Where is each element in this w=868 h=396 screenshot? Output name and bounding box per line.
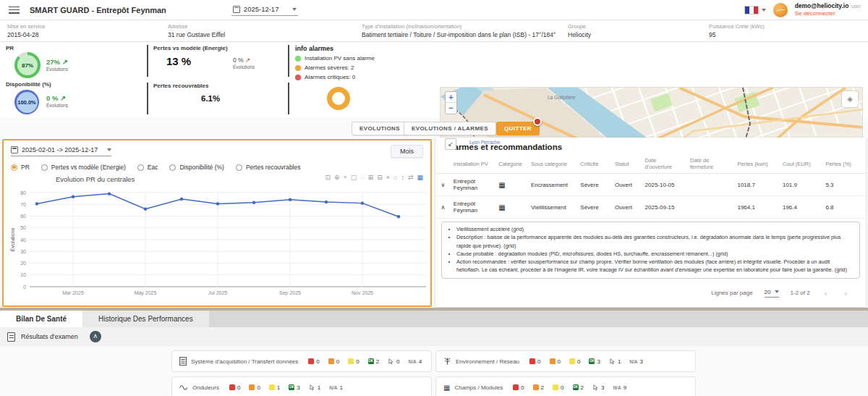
zoom-in-icon[interactable]: ⊞	[368, 174, 374, 181]
pointer-icon	[592, 384, 599, 391]
major-badge-icon	[249, 384, 255, 390]
map-zoom-in-button[interactable]: +	[446, 92, 456, 103]
na-count: N/A9	[613, 384, 626, 391]
compare-data-icon[interactable]: ⇄	[408, 174, 414, 181]
collapse-section-button[interactable]: ∧	[90, 331, 101, 342]
svg-text:Mar 2025: Mar 2025	[62, 290, 84, 295]
language-selector[interactable]	[744, 6, 766, 14]
next-page-icon[interactable]: ›	[841, 289, 850, 298]
radio-pr[interactable]: PR	[11, 164, 30, 171]
chart-date-range-picker[interactable]: 2025-02-01 -> 2025-12-17	[11, 146, 111, 156]
info-puissance-crete: Puissance Crête (kWc)95	[709, 23, 765, 38]
map-label-district: La Guillotière	[548, 95, 575, 100]
period-mois-button[interactable]: Mois	[391, 145, 423, 158]
kpi-pertes-recouvrables-label: Pertes recouvrables	[153, 83, 209, 89]
not-tested-count: 1	[609, 358, 621, 365]
radio-pertes-recouvrables[interactable]: Pertes recouvrables	[236, 164, 301, 171]
previous-page-icon[interactable]: ‹	[822, 289, 830, 298]
box-select-icon[interactable]: ▢	[351, 174, 357, 181]
expand-row-icon[interactable]: ∨	[435, 174, 451, 196]
svg-text:Sep 2025: Sep 2025	[279, 290, 301, 296]
evolutions-button[interactable]: EVOLUTIONS	[352, 122, 408, 135]
evolutions-alarmes-button[interactable]: EVOLUTIONS / ALARMES	[404, 122, 496, 135]
not-tested-count: 3	[592, 384, 604, 391]
zoom-icon[interactable]: ⊕	[334, 174, 340, 181]
hamburger-menu-icon[interactable]	[9, 7, 20, 14]
tab-bilan-de-sante[interactable]: Bilan De Santé	[0, 311, 82, 327]
ok-badge-icon: OK	[589, 358, 595, 364]
rows-per-page-select[interactable]: 20	[765, 289, 779, 298]
app-title: SMART GUARD - Entrepôt Feynman	[30, 6, 166, 14]
radio-icon	[169, 164, 176, 171]
user-email: demo@heliocity.iouser	[795, 2, 861, 10]
minor-count: 0	[569, 358, 580, 365]
chevron-down-icon	[775, 290, 779, 293]
ok-count: OK2	[368, 358, 379, 365]
chevron-down-icon	[107, 148, 111, 151]
major-count: 0	[328, 358, 339, 365]
minor-badge-icon	[553, 384, 558, 390]
exam-results-label: Résultats d'examen	[21, 333, 78, 340]
header-date-picker[interactable]: 2025-12-17	[231, 4, 299, 16]
plotly-logo-icon[interactable]: ▦	[417, 174, 423, 181]
lasso-select-icon[interactable]: ◌	[360, 174, 364, 181]
alarms-table: Installation PVCatégorie Sous catégorieC…	[435, 154, 866, 219]
info-adresse: Adresse31 rue Gustave Eiffel	[168, 23, 225, 38]
tree-icon	[443, 357, 451, 366]
svg-text:Jul 2025: Jul 2025	[208, 290, 228, 295]
critical-count: 0	[308, 358, 319, 365]
health-card-environnement: Environnement / Réseau 0 0 0 OK3 1 N/A3	[435, 350, 696, 372]
reset-axes-icon[interactable]: ⌂	[393, 174, 397, 181]
dispo-donut: 100.0%	[14, 90, 39, 114]
radio-icon	[236, 164, 242, 171]
status-dot-green	[295, 56, 301, 62]
svg-text:60: 60	[20, 214, 26, 219]
tab-historique-performances[interactable]: Historique Des Performances	[82, 311, 209, 327]
pr-evolution-chart[interactable]: 01020304050607080Mar 2025May 2025Jul 202…	[8, 187, 429, 301]
legend-item: Installation PV sans alarme	[295, 55, 375, 62]
autoscale-icon[interactable]: ×	[386, 174, 390, 181]
na-count: N/A4	[409, 358, 422, 365]
critical-badge-icon	[229, 384, 235, 390]
kpi-dispo-label: Disponibilité (%)	[6, 81, 51, 88]
map-zoom-control[interactable]: + −	[445, 91, 457, 114]
camera-icon[interactable]: ⊡	[325, 174, 331, 181]
pan-icon[interactable]: +	[344, 174, 347, 181]
major-count: 0	[249, 384, 260, 391]
map-zoom-out-button[interactable]: −	[446, 103, 456, 114]
pertes-modele-value: 13 %	[166, 55, 191, 67]
map-expand-icon[interactable]: ↙	[445, 138, 456, 150]
na-count: N/A3	[629, 358, 643, 365]
zoom-out-icon[interactable]: ⊟	[377, 174, 383, 181]
major-badge-icon	[328, 358, 334, 364]
ok-count: OK3	[289, 384, 299, 391]
critical-count: 0	[229, 384, 240, 391]
na-count: N/A1	[329, 384, 343, 391]
status-dot-red	[295, 75, 301, 80]
user-role: user	[851, 4, 861, 9]
svg-text:80: 80	[20, 190, 26, 195]
health-card-onduleurs: Onduleurs 0 0 1 OK3 1 N/A1	[171, 376, 432, 396]
view-actions: EVOLUTIONS EVOLUTIONS / ALARMES QUITTER	[0, 117, 868, 139]
alarm-row[interactable]: ∧ Entrepôt Feynman ▦ Vieillissement Sévè…	[435, 196, 866, 219]
top-bar: SMART GUARD - Entrepôt Feynman 2025-12-1…	[0, 0, 868, 20]
logout-link[interactable]: Se déconnecter	[795, 10, 861, 17]
chevron-down-icon	[292, 8, 297, 11]
critical-count: 0	[513, 384, 524, 391]
map-layers-icon[interactable]: ◈	[842, 91, 858, 107]
radio-pertes-modele[interactable]: Pertes vs modèle (Energie)	[41, 164, 126, 171]
minor-count: 0	[553, 384, 563, 391]
alarms-donut	[327, 87, 350, 110]
svg-text:50: 50	[20, 225, 26, 230]
collapse-row-icon[interactable]: ∧	[435, 196, 451, 219]
radio-eac[interactable]: Eac	[137, 164, 158, 171]
radio-disponibilite[interactable]: Disponibilité (%)	[169, 164, 224, 171]
alarm-row[interactable]: ∨ Entrepôt Feynman ▦ Encrassement Sévère…	[435, 174, 866, 196]
installation-map-marker[interactable]	[533, 117, 542, 126]
legend-item: Alarmes sévères: 2	[295, 64, 375, 71]
spike-lines-icon[interactable]: ↕	[401, 174, 404, 181]
metric-radio-group: PR Pertes vs modèle (Energie) Eac Dispon…	[4, 159, 430, 171]
french-flag-icon	[744, 6, 759, 14]
critical-badge-icon	[513, 384, 519, 390]
svg-text:0: 0	[23, 285, 26, 290]
